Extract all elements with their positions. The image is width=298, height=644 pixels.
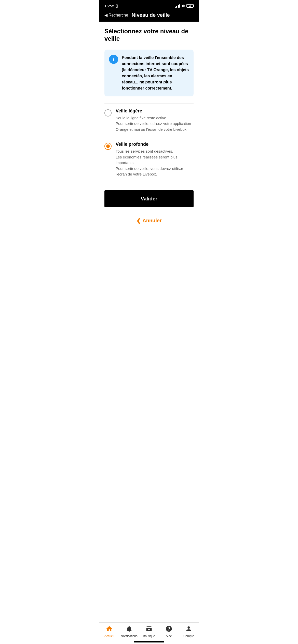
back-button[interactable]: ◀ Recherche	[104, 13, 128, 18]
radio-veille-legere[interactable]	[104, 109, 112, 116]
time: 15:52	[104, 4, 114, 8]
back-chevron-icon: ◀	[104, 13, 107, 18]
main-content: Sélectionnez votre niveau de veille i Pe…	[99, 22, 199, 243]
option-veille-legere-description: Seule la ligne fixe reste active.Pour so…	[116, 115, 194, 133]
page-title: Sélectionnez votre niveau de veille	[104, 28, 194, 42]
option-veille-profonde[interactable]: Veille profonde Tous les services sont d…	[104, 137, 194, 182]
info-icon: i	[109, 55, 118, 64]
option-veille-profonde-content: Veille profonde Tous les services sont d…	[116, 142, 194, 177]
option-veille-profonde-title: Veille profonde	[116, 142, 194, 147]
status-bar-right: ⊛ 50	[175, 4, 194, 8]
battery-icon: 50	[186, 4, 194, 8]
back-label: Recherche	[109, 13, 128, 18]
wifi-icon: ⊛	[182, 4, 185, 8]
signal-bars	[175, 4, 180, 8]
cancel-button[interactable]: ❮ Annuler	[104, 214, 194, 227]
info-box-text: Pendant la veille l'ensemble des connexi…	[122, 55, 189, 91]
options-container: Veille légère Seule la ligne fixe reste …	[104, 104, 194, 182]
option-veille-legere-title: Veille légère	[116, 108, 194, 114]
option-veille-profonde-description: Tous les services sont désactivés.Les éc…	[116, 149, 194, 177]
nav-bar: ◀ Recherche Niveau de veille	[99, 10, 199, 22]
status-bar: 15:52 ▯ ⊛ 50	[99, 0, 199, 10]
validate-button[interactable]: Valider	[104, 190, 194, 207]
nav-title: Niveau de veille	[128, 12, 173, 18]
info-box: i Pendant la veille l'ensemble des conne…	[104, 50, 194, 96]
notification-icon: ▯	[116, 4, 118, 8]
option-veille-legere-content: Veille légère Seule la ligne fixe reste …	[116, 108, 194, 133]
cancel-chevron-icon: ❮	[136, 217, 141, 224]
option-veille-legere[interactable]: Veille légère Seule la ligne fixe reste …	[104, 104, 194, 137]
cancel-label: Annuler	[142, 218, 162, 224]
radio-veille-profonde[interactable]	[104, 143, 112, 150]
status-bar-left: 15:52 ▯	[104, 4, 118, 8]
